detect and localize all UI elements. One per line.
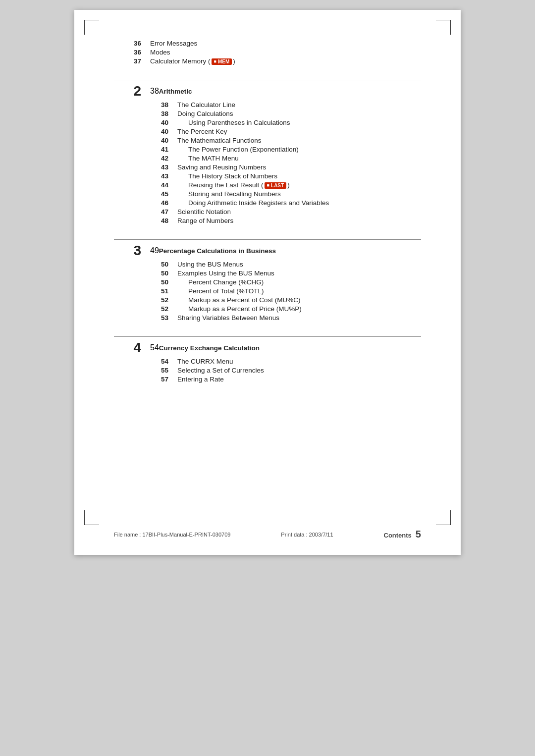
entry-text: Sharing Variables Between Menus xyxy=(177,314,421,322)
entry-page-num: 50 xyxy=(141,270,168,277)
chapter-section: 349Percentage Calculations in Business50… xyxy=(114,239,421,322)
toc-entry: 53Sharing Variables Between Menus xyxy=(114,314,421,322)
entry-text: Storing and Recalling Numbers xyxy=(177,190,421,198)
toc-entry: 42The MATH Menu xyxy=(114,155,421,162)
entry-page-num: 43 xyxy=(141,172,168,180)
entry-text: Using Parentheses in Calculations xyxy=(177,119,421,126)
chapter-section: 454Currency Exchange Calculation54The CU… xyxy=(114,336,421,383)
key-badge: ■ MEM xyxy=(211,57,233,65)
entry-page-num: 51 xyxy=(141,287,168,295)
entry-text: Entering a Rate xyxy=(177,376,421,383)
toc-entry: 50Using the BUS Menus xyxy=(114,261,421,268)
footer-contents-num: Contents 5 xyxy=(384,529,421,540)
chapters-container: 238Arithmetic38The Calculator Line38Doin… xyxy=(114,80,421,383)
key-badge: ■ LAST xyxy=(264,181,288,189)
chapter-page-num: 54 xyxy=(150,343,159,352)
corner-mark-top-left xyxy=(84,20,99,35)
toc-entry: 50Examples Using the BUS Menus xyxy=(114,270,421,277)
entry-page-num: 36 xyxy=(114,40,141,47)
entry-page-num: 40 xyxy=(141,137,168,144)
entry-page-num: 40 xyxy=(141,128,168,135)
toc-entry: 52Markup as a Percent of Cost (MU%C) xyxy=(114,296,421,304)
toc-entry: 44Reusing the Last Result (■ LAST) xyxy=(114,181,421,189)
entry-page-num: 50 xyxy=(141,278,168,286)
entry-page-num: 42 xyxy=(141,155,168,162)
entry-text: Range of Numbers xyxy=(177,217,421,224)
entry-page-num: 38 xyxy=(141,101,168,108)
toc-entry: 41The Power Function (Exponentiation) xyxy=(114,146,421,153)
entry-text: Markup as a Percent of Cost (MU%C) xyxy=(177,296,421,304)
entry-text: Using the BUS Menus xyxy=(177,261,421,268)
chapter-heading-text: Percentage Calculations in Business xyxy=(159,247,276,255)
entry-text: Markup as a Percent of Price (MU%P) xyxy=(177,305,421,313)
entry-text: The Mathematical Functions xyxy=(177,137,421,144)
toc-entry: 55Selecting a Set of Currencies xyxy=(114,367,421,374)
corner-mark-bottom-left xyxy=(84,510,99,525)
entry-page-num: 43 xyxy=(141,163,168,171)
entry-page-num: 52 xyxy=(141,305,168,313)
toc-entry: 43Saving and Reusing Numbers xyxy=(114,163,421,171)
chapter-number: 3 xyxy=(114,244,141,258)
toc-entry: 50Percent Change (%CHG) xyxy=(114,278,421,286)
entry-text: Percent of Total (%TOTL) xyxy=(177,287,421,295)
entry-page-num: 55 xyxy=(141,367,168,374)
chapter-number: 4 xyxy=(114,341,141,355)
entry-text: Scientific Notation xyxy=(177,208,421,216)
entry-page-num: 40 xyxy=(141,119,168,126)
toc-entry: 36Modes xyxy=(114,49,421,56)
entry-page-num: 41 xyxy=(141,146,168,153)
toc-entry: 38Doing Calculations xyxy=(114,110,421,117)
intro-section: 36Error Messages36Modes37Calculator Memo… xyxy=(114,40,421,65)
toc-entry: 40Using Parentheses in Calculations xyxy=(114,119,421,126)
entry-page-num: 50 xyxy=(141,261,168,268)
entry-text: The Power Function (Exponentiation) xyxy=(177,146,421,153)
toc-entry: 43The History Stack of Numbers xyxy=(114,172,421,180)
chapter-page-num: 49 xyxy=(150,246,159,255)
entry-text: The Percent Key xyxy=(177,128,421,135)
entry-page-num: 47 xyxy=(141,208,168,216)
entry-page-num: 46 xyxy=(141,199,168,207)
entry-page-num: 54 xyxy=(141,358,168,365)
entry-page-num: 44 xyxy=(141,181,168,189)
footer-contents-label: Contents xyxy=(384,532,412,539)
entry-text: Doing Calculations xyxy=(177,110,421,117)
entry-page-num: 37 xyxy=(114,57,141,65)
entry-text: Percent Change (%CHG) xyxy=(177,278,421,286)
chapter-heading-row: 238Arithmetic xyxy=(114,80,421,98)
toc-entry: 46Doing Arithmetic Inside Registers and … xyxy=(114,199,421,207)
toc-entry: 48Range of Numbers xyxy=(114,217,421,224)
entry-text: The Calculator Line xyxy=(177,101,421,108)
entry-page-num: 57 xyxy=(141,376,168,383)
entry-page-num: 53 xyxy=(141,314,168,322)
entry-text: The History Stack of Numbers xyxy=(177,172,421,180)
chapter-heading-text: Arithmetic xyxy=(159,88,192,95)
toc-entry: 54The CURRX Menu xyxy=(114,358,421,365)
chapter-number: 2 xyxy=(114,84,141,98)
chapter-heading-row: 454Currency Exchange Calculation xyxy=(114,336,421,355)
toc-entry: 38The Calculator Line xyxy=(114,101,421,108)
footer-page-number: 5 xyxy=(416,529,421,540)
entry-text: Calculator Memory (■ MEM) xyxy=(150,57,421,65)
entry-text: Error Messages xyxy=(150,40,421,47)
toc-entry: 52Markup as a Percent of Price (MU%P) xyxy=(114,305,421,313)
footer-printdate: Print data : 2003/7/11 xyxy=(281,532,333,538)
entry-page-num: 38 xyxy=(141,110,168,117)
chapter-page-num: 38 xyxy=(150,87,159,96)
toc-entry: 45Storing and Recalling Numbers xyxy=(114,190,421,198)
chapter-section: 238Arithmetic38The Calculator Line38Doin… xyxy=(114,80,421,224)
toc-entry: 37Calculator Memory (■ MEM) xyxy=(114,57,421,65)
toc-entry: 47Scientific Notation xyxy=(114,208,421,216)
chapter-heading-row: 349Percentage Calculations in Business xyxy=(114,239,421,258)
entry-page-num: 45 xyxy=(141,190,168,198)
footer-filename: File name : 17BII-Plus-Manual-E-PRINT-03… xyxy=(114,532,230,538)
toc-entry: 57Entering a Rate xyxy=(114,376,421,383)
toc-entry: 51Percent of Total (%TOTL) xyxy=(114,287,421,295)
entry-text: Modes xyxy=(150,49,421,56)
page-footer: File name : 17BII-Plus-Manual-E-PRINT-03… xyxy=(114,529,421,540)
corner-mark-top-right xyxy=(436,20,451,35)
entry-text: The CURRX Menu xyxy=(177,358,421,365)
corner-mark-bottom-right xyxy=(436,510,451,525)
entry-page-num: 36 xyxy=(114,49,141,56)
entry-text: Reusing the Last Result (■ LAST) xyxy=(177,181,421,189)
chapter-heading-text: Currency Exchange Calculation xyxy=(159,344,260,352)
